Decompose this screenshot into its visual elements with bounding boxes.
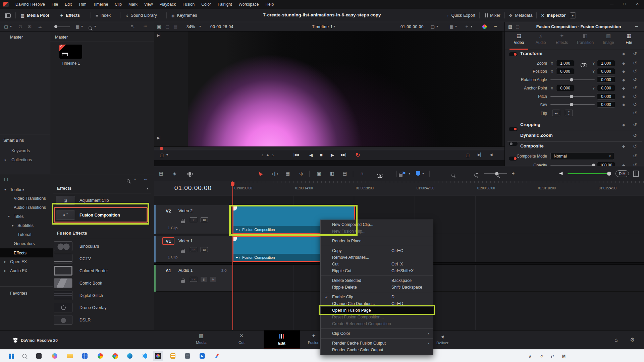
smart-bins-collections[interactable]: Collections xyxy=(11,158,32,162)
timeline-view-options-icon[interactable]: ▤ xyxy=(159,171,163,176)
search-icon[interactable] xyxy=(89,26,92,29)
track-header-v2[interactable]: V2 Video 2 ‹› ▤ 1 Clip xyxy=(154,205,232,234)
yaw-keyframe-icon[interactable]: ◆ xyxy=(622,103,625,107)
zoom-caret-icon[interactable]: ▾ xyxy=(199,25,201,28)
first-frame-button[interactable]: |◀◀ xyxy=(293,153,299,157)
menu-item-delete-selected[interactable]: Delete SelectedBackspace xyxy=(321,277,433,284)
single-viewer-icon[interactable]: ▣ xyxy=(157,24,161,29)
composite-title[interactable]: Composite xyxy=(520,143,544,148)
taskbar-search-button[interactable] xyxy=(19,351,30,361)
rotation-field[interactable]: 0.000 xyxy=(597,76,615,83)
zoom-x-field[interactable]: 1.000 xyxy=(556,60,574,66)
flip-reset-icon[interactable]: ↺ xyxy=(633,110,637,116)
cropping-reset-icon[interactable]: ↺ xyxy=(633,122,637,127)
yaw-reset-icon[interactable]: ↺ xyxy=(633,102,637,107)
zoom-link-icon[interactable] xyxy=(581,63,586,66)
zoom-fit-icon[interactable] xyxy=(451,174,454,177)
playhead-marker[interactable] xyxy=(231,182,234,186)
menu-file[interactable]: File xyxy=(52,2,58,7)
fx-tree-favorites[interactable]: Favorites xyxy=(0,289,53,298)
layout-preset-icon[interactable]: ▾ xyxy=(570,12,576,18)
taskbar-edge-icon[interactable] xyxy=(125,351,135,361)
menu-edit[interactable]: Edit xyxy=(65,2,72,7)
last-frame-button[interactable]: ▶▶| xyxy=(341,153,346,157)
menu-item-ripple-cut[interactable]: Ripple CutCtrl+Shift+X xyxy=(321,267,433,274)
sort-icon[interactable]: ≡↓ xyxy=(131,24,135,28)
effect-comic-book[interactable]: Comic Book xyxy=(53,278,152,289)
position-y-field[interactable]: 0.000 xyxy=(597,68,615,74)
effects-more-icon[interactable]: ••• xyxy=(144,178,147,181)
grid-view-caret-icon[interactable]: ▾ xyxy=(81,25,83,28)
bin-view-icon[interactable]: ▢ xyxy=(4,24,8,29)
menu-help[interactable]: Help xyxy=(265,2,274,7)
fx-tree-open-fx[interactable]: ▸Open FX xyxy=(0,257,53,266)
viewer-more-icon[interactable]: ••• xyxy=(494,25,497,28)
taskbar-chrome-icon[interactable] xyxy=(110,351,120,361)
anchor-y-field[interactable]: 0.000 xyxy=(597,85,615,91)
viewer-crop-caret-icon[interactable]: ▾ xyxy=(166,153,168,157)
search-caret-icon[interactable]: ▾ xyxy=(94,25,96,28)
anchor-keyframe-icon[interactable]: ◆ xyxy=(622,86,625,90)
transform-reset-icon[interactable]: ↺ xyxy=(633,51,637,56)
fx-tree-titles[interactable]: ▾Titles xyxy=(0,212,53,221)
menu-item-cut[interactable]: CutCtrl+X xyxy=(321,261,433,267)
track-a1-lock-icon[interactable] xyxy=(181,280,185,283)
menu-playback[interactable]: Playback xyxy=(159,2,176,7)
cropping-title[interactable]: Cropping xyxy=(520,122,540,127)
in-point-marker-icon[interactable]: ▶▏ xyxy=(157,34,163,37)
composite-reset-icon[interactable]: ↺ xyxy=(633,143,637,149)
timeline-name-caret-icon[interactable]: ▾ xyxy=(333,25,335,28)
menu-item-render-cache-color-output[interactable]: Render Cache Color Output xyxy=(321,347,433,353)
grid-view-icon[interactable]: ▦ xyxy=(75,24,79,29)
trim-edit-icon[interactable]: ‹❙› xyxy=(272,171,278,176)
pitch-slider-handle[interactable] xyxy=(570,95,573,98)
menu-trim[interactable]: Trim xyxy=(78,2,87,7)
timeline-keyframes-icon[interactable]: ◈ xyxy=(173,171,176,176)
voiceover-mic-icon[interactable] xyxy=(189,172,191,176)
bin-view-caret-icon[interactable]: ▾ xyxy=(10,25,12,28)
anchor-reset-icon[interactable]: ↺ xyxy=(633,85,637,90)
zoom-y-field[interactable]: 1.000 xyxy=(597,60,615,66)
track-v2-chip[interactable]: V2 xyxy=(162,207,174,215)
menu-clip[interactable]: Clip xyxy=(115,2,122,7)
settings-gear-icon[interactable]: ⚙ xyxy=(630,337,635,343)
taskbar-explorer-icon[interactable] xyxy=(65,351,75,361)
tab-audio[interactable]: ♫Audio xyxy=(531,33,551,45)
marker-icon[interactable] xyxy=(416,171,420,176)
selection-tool-icon[interactable] xyxy=(257,170,263,176)
menu-item-new-compound-clip[interactable]: New Compound Clip... xyxy=(321,221,433,228)
razor-tool-icon[interactable]: ▦ xyxy=(286,171,290,176)
smart-bins-keywords[interactable]: Keywords xyxy=(11,148,30,153)
fx-tree-video-transitions[interactable]: Video Transitions xyxy=(0,194,53,203)
menu-color[interactable]: Color xyxy=(201,2,211,7)
replace-clip-icon[interactable]: ▤ xyxy=(343,171,347,176)
dynamic-zoom-reset-icon[interactable]: ↺ xyxy=(633,133,637,138)
panel-toggle-icon[interactable] xyxy=(5,13,11,18)
timeline-ruler[interactable]: 01:00:00:00 01:00:00:00 01:00:14:00 01:0… xyxy=(154,181,644,196)
tab-image[interactable]: ▨Image xyxy=(598,33,619,45)
fx-tree-audio-fx[interactable]: ▸Audio FX xyxy=(0,266,53,275)
menu-mark[interactable]: Mark xyxy=(128,2,138,7)
pitch-keyframe-icon[interactable]: ◆ xyxy=(622,95,625,99)
safe-area-caret-icon[interactable]: ▾ xyxy=(436,25,438,28)
menu-item-open-in-fusion-page[interactable]: Open in Fusion Page xyxy=(321,307,433,314)
index-button[interactable]: ≡Index xyxy=(96,13,111,18)
zoom-out-icon[interactable]: − xyxy=(476,171,478,176)
volume-slider[interactable] xyxy=(568,173,610,174)
metadata-button[interactable]: ❖Metadata xyxy=(509,13,533,18)
composite-keyframe-icon[interactable]: ◆ xyxy=(622,144,625,148)
track-v1-name[interactable]: Video 1 xyxy=(178,239,193,243)
anchor-x-field[interactable]: 0.000 xyxy=(556,85,574,91)
tray-show-hidden-icon[interactable]: ∧ xyxy=(529,354,532,359)
fx-tree-audio-transitions[interactable]: Audio Transitions xyxy=(0,203,53,212)
flip-vertical-button[interactable]: ▾▴ xyxy=(565,110,573,116)
tray-sync-icon[interactable]: ↻ xyxy=(540,354,543,359)
page-cut[interactable]: ✕Cut xyxy=(231,333,252,345)
speaker-icon[interactable] xyxy=(559,172,564,175)
track-v1-filmstrip-icon[interactable]: ▤ xyxy=(201,247,208,252)
menu-item-render-in-place[interactable]: Render in Place... xyxy=(321,238,433,244)
scrub-playhead[interactable] xyxy=(160,147,163,150)
taskbar-app-icon-4[interactable] xyxy=(168,351,178,361)
insert-clip-icon[interactable]: ▣ xyxy=(317,171,321,176)
position-reset-icon[interactable]: ↺ xyxy=(633,68,637,74)
